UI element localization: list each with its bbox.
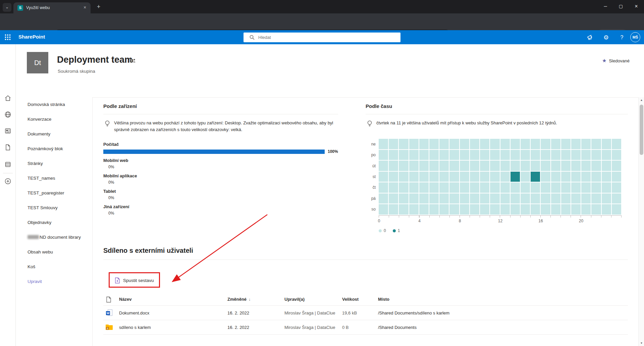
heatmap-cell: [449, 161, 459, 171]
window-close-button[interactable]: ×: [629, 0, 644, 13]
help-icon[interactable]: ?: [617, 33, 627, 42]
file-name[interactable]: Dokument.docx: [119, 306, 149, 320]
news-icon[interactable]: [4, 127, 11, 134]
nav-item-objednavky[interactable]: Objednavky: [16, 215, 92, 230]
heatmap-cell: [379, 139, 388, 149]
heatmap-cell: [591, 161, 601, 171]
heatmap-cell: [561, 182, 571, 193]
heatmap-cell: [571, 150, 581, 160]
heatmap-cell: [389, 161, 398, 171]
lightbulb-icon: [104, 120, 111, 127]
heatmap-cell: [490, 182, 499, 193]
tab-search-button[interactable]: ⌄: [3, 3, 11, 12]
heatmap-cell: [439, 150, 449, 160]
heatmap-cell: [480, 193, 489, 204]
heatmap-cell: [511, 150, 520, 160]
nav-item-pages[interactable]: Stránky: [16, 156, 92, 171]
heatmap-cell: [449, 172, 459, 182]
scrollbar-up-icon[interactable]: ▲: [639, 97, 644, 103]
heatmap-cell: [602, 182, 611, 193]
nav-item-test-poaregister[interactable]: TEST_poaregister: [16, 186, 92, 200]
heatmap-cell: [602, 172, 611, 182]
add-plus-icon[interactable]: [4, 178, 11, 185]
list-library-icon[interactable]: [4, 161, 11, 168]
nav-edit-link[interactable]: Upravit: [16, 274, 92, 289]
heatmap-cell: [561, 172, 571, 182]
nav-item-test-names[interactable]: TEST_names: [16, 171, 92, 186]
col-modified-by[interactable]: Upravil(a): [284, 293, 305, 306]
heatmap-cell: [521, 182, 530, 193]
table-row[interactable]: W Dokument.docx 16. 2. 2022 Miroslav Šra…: [103, 306, 628, 320]
heatmap-cell: [429, 150, 439, 160]
search-box[interactable]: [244, 33, 400, 42]
nav-item-documents[interactable]: Dokumenty: [16, 127, 92, 141]
nav-item-notebook[interactable]: Poznámkový blok: [16, 141, 92, 156]
heatmap-cell: [541, 204, 550, 215]
heatmap-cell: [399, 204, 408, 215]
file-name[interactable]: sdíleno s karlem: [119, 320, 151, 335]
legend-low-dot: [379, 229, 382, 232]
browser-tab[interactable]: S Využití webu ×: [13, 2, 91, 13]
nav-item-conversations[interactable]: Konverzace: [16, 112, 92, 127]
heatmap-cell: [521, 150, 530, 160]
follow-button[interactable]: ★Sledované: [602, 58, 630, 64]
heatmap-cell: [591, 193, 601, 204]
scrollbar-down-icon[interactable]: ▼: [639, 340, 644, 346]
col-name[interactable]: Název: [119, 293, 132, 306]
tab-close-icon[interactable]: ×: [82, 5, 88, 11]
nav-item-test-smlouvy[interactable]: TEST Smlouvy: [16, 200, 92, 215]
heatmap-cell: [419, 204, 429, 215]
heatmap-cell: [399, 161, 408, 171]
document-rail-icon[interactable]: [4, 144, 11, 151]
heatmap-cell: [429, 172, 439, 182]
time-heatmap-legend: 0 1: [379, 227, 400, 233]
site-logo[interactable]: Dt: [27, 52, 48, 73]
heatmap-cell: [591, 182, 601, 193]
app-launcher-waffle-icon[interactable]: [5, 34, 11, 40]
nav-item-site-contents[interactable]: Obsah webu: [16, 245, 92, 260]
window-minimize-button[interactable]: ─: [598, 0, 613, 13]
heatmap-cell: [429, 204, 439, 215]
table-header-row: Název Změněné↓ Upravil(a) Velikost Místo: [103, 293, 628, 306]
heatmap-cell: [591, 150, 601, 160]
home-rail-icon[interactable]: [4, 95, 11, 102]
settings-gear-icon[interactable]: ⚙: [601, 33, 611, 42]
heatmap-hour-label: 16: [538, 219, 543, 223]
heatmap-cell: [511, 182, 520, 193]
scrollbar-thumb[interactable]: [640, 105, 643, 155]
heatmap-cell: [591, 139, 601, 149]
heatmap-cell: [612, 204, 621, 215]
by-device-divider: [103, 114, 338, 114]
col-size[interactable]: Velikost: [342, 293, 359, 306]
account-avatar[interactable]: MŠ: [630, 32, 640, 42]
heatmap-cell: [409, 182, 419, 193]
sharepoint-favicon-icon: S: [17, 5, 23, 11]
heatmap-cell: [551, 172, 560, 182]
col-modified[interactable]: Změněné↓: [227, 293, 251, 306]
globe-icon[interactable]: [4, 111, 11, 118]
heatmap-cell: [571, 193, 581, 204]
nav-item-recycle-bin[interactable]: Koš: [16, 260, 92, 274]
vertical-scrollbar[interactable]: ▲ ▼: [638, 97, 644, 346]
table-row[interactable]: & sdíleno s karlem 16. 2. 2022 Miroslav …: [103, 320, 628, 335]
window-maximize-button[interactable]: ▢: [613, 0, 629, 13]
heatmap-cell: [409, 193, 419, 204]
heatmap-cell: [460, 182, 469, 193]
heatmap-cell: [480, 139, 489, 149]
megaphone-icon[interactable]: [585, 33, 595, 42]
screen: ⌄ S Využití webu × + ─ ▢ × ← → ↻ ⌂ /site…: [0, 0, 644, 346]
heatmap-cell: [480, 182, 489, 193]
heatmap-cell: [429, 161, 439, 171]
site-title[interactable]: Deployment team: [57, 55, 132, 65]
heatmap-cell: [541, 172, 550, 182]
heatmap-cell: [470, 161, 479, 171]
search-input[interactable]: [258, 34, 392, 41]
app-name[interactable]: SharePoint: [18, 34, 45, 40]
device-label: Mobilní web: [103, 158, 128, 163]
shared-section-divider: [103, 260, 628, 260]
col-location[interactable]: Místo: [378, 293, 389, 306]
nav-item-nd-document-library[interactable]: ND document library: [16, 230, 92, 245]
nav-item-home[interactable]: Domovská stránka: [16, 97, 92, 112]
by-device-section: Podle zařízení Většina provozu na webu p…: [103, 101, 338, 221]
new-tab-button[interactable]: +: [95, 3, 103, 11]
